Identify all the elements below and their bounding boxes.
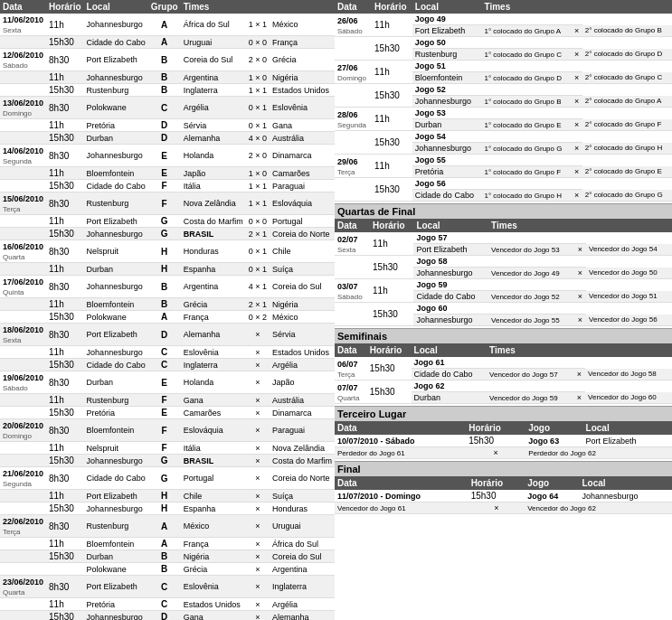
- game-cell: Jogo 61: [412, 357, 586, 369]
- team1-cell: Nigéria: [181, 550, 246, 563]
- date-cell: [0, 167, 46, 180]
- table-row: 11hBloemfonteinEJapão1 × 0Camarões: [0, 167, 335, 180]
- group-cell: A: [148, 14, 181, 36]
- team1-desc: Vencedor do Jogo 53: [488, 244, 574, 256]
- score-cell: 1 × 1: [246, 193, 270, 215]
- time-cell: 8h30: [46, 240, 84, 263]
- time-cell: 15h30: [46, 550, 84, 563]
- date-cell: [0, 490, 46, 503]
- time-cell: 8h30: [46, 324, 84, 346]
- date-cell: [0, 228, 46, 240]
- score-cell: ×: [246, 598, 270, 611]
- col-times: Times: [181, 0, 335, 14]
- s-col-times: Times: [487, 343, 672, 357]
- team1-cell: Eslovênia: [181, 576, 246, 598]
- venue-cell: Johannesburgo: [84, 228, 148, 240]
- team1-cell: Grécia: [181, 563, 246, 576]
- score-x: ×: [572, 166, 582, 178]
- venue-cell: Johannesburgo: [412, 143, 482, 155]
- col-horario: Horário: [46, 0, 84, 14]
- time-cell: 15h30: [46, 455, 84, 467]
- game-cell: Jogo 63: [525, 435, 582, 447]
- venue-cell: Cidade do Cabo: [84, 180, 148, 193]
- date-cell: 03/07Sábado: [335, 279, 370, 303]
- team1-cell: Eslováquia: [181, 419, 246, 442]
- venue-cell: Cidade do Cabo: [84, 36, 148, 49]
- date-cell: [0, 298, 46, 311]
- time-cell: 15h30: [370, 256, 413, 279]
- group-cell: D: [148, 611, 181, 621]
- date-cell: [0, 180, 46, 193]
- venue-cell: Pretória: [84, 598, 148, 611]
- time-cell: 15h30: [46, 36, 84, 49]
- team1-cell: Nova Zelândia: [181, 193, 246, 215]
- team1-cell: Grécia: [181, 298, 246, 311]
- score-x: ×: [574, 315, 586, 326]
- table-row: 26/06Sábado11hJogo 49: [335, 14, 672, 25]
- group-cell: C: [148, 359, 181, 371]
- time-cell: 8h30: [46, 419, 84, 442]
- team2-cell: Costa do Marfim: [270, 455, 335, 467]
- time-cell: 11h: [46, 394, 84, 407]
- time-cell: 8h30: [46, 49, 84, 71]
- venue-cell: Durban: [412, 392, 487, 404]
- team1-cell: Espanha: [181, 503, 246, 515]
- team2-cell: México: [270, 311, 335, 324]
- team2-desc: 2° colocado do Grupo E: [582, 166, 672, 178]
- team1-cell: África do Sul: [181, 14, 246, 36]
- score-cell: 2 × 1: [246, 298, 270, 311]
- venue-cell: Port Elizabeth: [84, 215, 148, 228]
- score-cell: 4 × 1: [246, 276, 270, 298]
- time-cell: 15h30: [466, 435, 525, 447]
- game-cell: Jogo 60: [413, 303, 586, 315]
- team1-cell: Argentina: [181, 276, 246, 298]
- team1-cell: Coreia do Sul: [181, 49, 246, 71]
- r16-col-local: Local: [412, 0, 482, 14]
- team1-desc: 1° colocado do Grupo B: [482, 96, 572, 108]
- team1-desc: 1° colocado do Grupo E: [482, 119, 572, 131]
- team2-cell: Coreia do Sul: [270, 550, 335, 563]
- date-cell: 07/07Quarta: [335, 380, 367, 404]
- team2-cell: Coreia do Norte: [270, 467, 335, 490]
- table-row: 17/06/2010Quinta8h30JohannesburgoBArgent…: [0, 276, 335, 298]
- team2-desc: 2° colocado do Grupo G: [582, 190, 672, 202]
- team1-cell: Gana: [181, 611, 246, 621]
- team2-desc: Vencedor do Jogo 58: [585, 369, 672, 380]
- time-cell: 15h30: [367, 357, 412, 380]
- time-cell: 15h30: [370, 303, 413, 326]
- team1-cell: Alemanha: [181, 132, 246, 145]
- table-row: 11hJohannesburgoCEslovênia×Estados Unido…: [0, 346, 335, 359]
- score-cell: 0 × 1: [246, 263, 270, 276]
- table-row: 15h30Jogo 50: [335, 37, 672, 49]
- venue-cell: Cidade do Cabo: [413, 291, 488, 303]
- team2-cell: Grécia: [270, 49, 335, 71]
- table-row: 21/06/2010Segunda8h30Cidade do CaboGPort…: [0, 467, 335, 490]
- f-col-jogo: Jogo: [525, 476, 579, 490]
- t-col-local: Local: [583, 421, 672, 435]
- date-cell: 10/07/2010 - Sábado: [335, 435, 466, 447]
- date-cell: [0, 503, 46, 515]
- round-of-16-table: Data Horário Local Times 26/06Sábado11hJ…: [335, 0, 672, 202]
- team1-desc: 1° colocado do Grupo D: [482, 72, 572, 84]
- t-col-horario: Horário: [466, 421, 525, 435]
- team2-desc: Perdedor do Jogo 62: [525, 447, 672, 459]
- date-cell: [335, 256, 370, 279]
- date-cell: [0, 311, 46, 324]
- time-cell: 11h: [372, 14, 412, 37]
- group-cell: G: [148, 228, 181, 240]
- team2-cell: Nova Zelândia: [270, 442, 335, 455]
- date-cell: [0, 455, 46, 467]
- time-cell: 11h: [46, 538, 84, 550]
- date-cell: [0, 550, 46, 563]
- table-row: 11/07/2010 - Domingo 15h30 Jogo 64 Johan…: [335, 490, 672, 503]
- team2-cell: Uruguai: [270, 515, 335, 538]
- game-cell: Jogo 49: [412, 14, 582, 25]
- main-container: Data Horário Local Grupo Times 11/06/201…: [0, 0, 672, 620]
- game-cell: Jogo 50: [412, 37, 582, 49]
- time-cell: 11h: [370, 232, 413, 256]
- team2-cell: Camarões: [270, 167, 335, 180]
- date-cell: [0, 611, 46, 621]
- table-row: 15h30PolokwaneAFrança0 × 2México: [0, 311, 335, 324]
- team1-desc: Vencedor do Jogo 61: [335, 503, 469, 514]
- game-cell: Jogo 56: [412, 178, 582, 190]
